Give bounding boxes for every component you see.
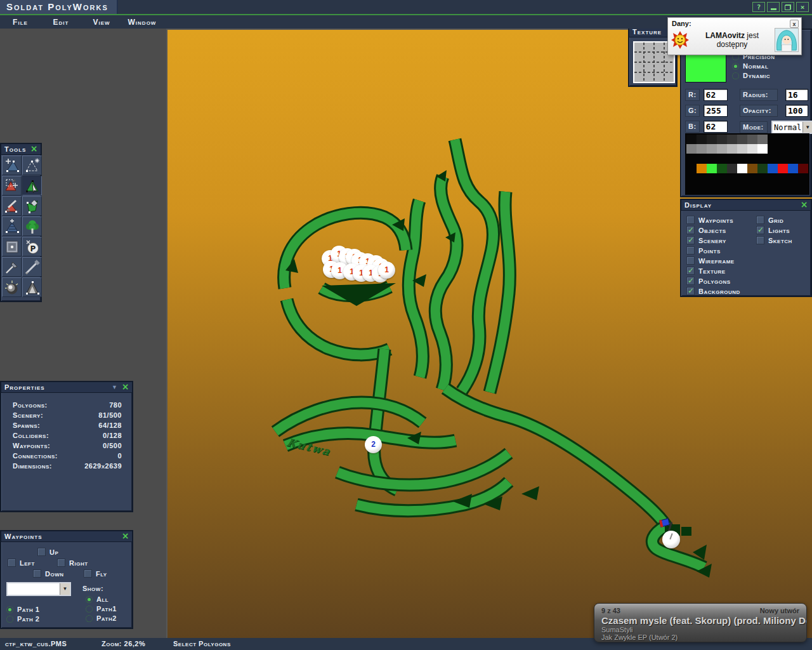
checkbox[interactable]	[686, 267, 695, 275]
palette-swatch[interactable]	[757, 135, 768, 144]
blue-input[interactable]	[704, 121, 728, 133]
opacity-input[interactable]	[785, 105, 808, 117]
palette-swatch[interactable]	[707, 164, 717, 173]
menu-file[interactable]: File	[0, 15, 41, 29]
palette-swatch[interactable]	[747, 135, 757, 144]
close-icon[interactable]: ×	[121, 532, 130, 541]
player-notification[interactable]: 9 z 43 Nowy utwór Czasem mysle (feat. Sk…	[594, 603, 807, 642]
right-checkbox[interactable]	[57, 559, 65, 567]
close-icon[interactable]: ×	[800, 201, 809, 209]
collider-tool[interactable]	[2, 237, 22, 256]
checkbox[interactable]	[686, 277, 695, 285]
checkbox[interactable]	[756, 226, 764, 234]
depth-map-tool[interactable]	[22, 277, 42, 297]
menu-window[interactable]: Window	[122, 15, 162, 29]
checkbox[interactable]	[686, 226, 695, 234]
restore-button[interactable]	[782, 2, 794, 12]
palette-swatch[interactable]	[697, 144, 707, 154]
palette-swatch[interactable]	[686, 144, 697, 154]
flag-spawn-marker[interactable]	[658, 519, 684, 551]
palette-swatch[interactable]	[727, 164, 737, 173]
blue-field-row: B:	[685, 121, 728, 133]
chevron-down-icon[interactable]: ▼	[60, 583, 70, 595]
palette-swatch[interactable]	[717, 164, 727, 173]
red-input[interactable]	[704, 89, 728, 101]
palette-swatch[interactable]	[788, 164, 798, 173]
palette-swatch[interactable]	[747, 144, 757, 154]
palette-swatch[interactable]	[747, 164, 757, 173]
palette-swatch[interactable]	[798, 164, 808, 173]
down-checkbox[interactable]	[33, 569, 41, 578]
checkbox-label: Down	[45, 570, 64, 578]
current-color-swatch[interactable]	[685, 53, 726, 83]
palette-swatch[interactable]	[717, 135, 727, 144]
spawn-points-tool[interactable]: P	[22, 237, 42, 256]
select-tool[interactable]	[22, 176, 42, 196]
collapse-icon[interactable]: ▼	[112, 384, 118, 390]
left-checkbox[interactable]	[8, 559, 16, 567]
create-polygons-tool[interactable]	[22, 156, 42, 175]
spawn-marker-alpha[interactable]: 1	[378, 262, 395, 279]
minimize-button[interactable]	[767, 2, 780, 12]
checkbox[interactable]	[686, 216, 695, 224]
help-button[interactable]: ?	[752, 2, 765, 12]
close-icon[interactable]: x	[790, 20, 799, 28]
fly-checkbox[interactable]	[84, 569, 92, 578]
waypoint-type-combobox[interactable]: ▼	[6, 582, 71, 596]
close-button[interactable]: ×	[796, 2, 809, 12]
mode-dropdown[interactable]: Normal ▼	[771, 121, 812, 134]
checkbox[interactable]	[686, 256, 695, 265]
texture-transform-tool[interactable]	[2, 216, 22, 236]
close-icon[interactable]: ×	[30, 145, 39, 154]
line-tool[interactable]	[22, 257, 42, 277]
palette-swatch[interactable]	[686, 135, 697, 144]
display-left-col: WaypointsObjectsSceneryPointsWireframeTe…	[686, 216, 740, 295]
track-album: Jak Zwykle EP (Utwór 2)	[601, 633, 799, 641]
checkbox[interactable]	[756, 236, 764, 244]
palette-swatch[interactable]	[727, 135, 737, 144]
radio-button[interactable]	[86, 606, 93, 613]
color-picker-tool[interactable]	[2, 257, 22, 277]
palette-swatch[interactable]	[737, 164, 747, 173]
palette-swatch[interactable]	[768, 164, 778, 173]
palette-swatch[interactable]	[717, 144, 727, 154]
paint-tool[interactable]	[22, 196, 42, 216]
green-input[interactable]	[704, 105, 728, 117]
checkbox[interactable]	[756, 216, 764, 224]
radio-button[interactable]	[6, 606, 13, 613]
menu-view[interactable]: View	[81, 15, 122, 29]
palette-swatch[interactable]	[697, 135, 707, 144]
knife-tool[interactable]	[2, 196, 22, 216]
palette-swatch[interactable]	[757, 164, 768, 173]
restore-icon	[785, 4, 791, 10]
palette-swatch[interactable]	[697, 164, 707, 173]
palette-swatch[interactable]	[707, 135, 717, 144]
palette-swatch[interactable]	[778, 164, 788, 173]
close-icon[interactable]: ×	[121, 383, 130, 392]
palette-swatch[interactable]	[707, 144, 717, 154]
radio-button[interactable]	[6, 616, 13, 623]
radio-button[interactable]	[86, 596, 93, 603]
palette-swatch[interactable]	[727, 144, 737, 154]
chevron-down-icon[interactable]: ▼	[802, 122, 812, 133]
menu-edit[interactable]: Edit	[41, 15, 81, 29]
palette-swatch[interactable]	[737, 135, 747, 144]
radius-input[interactable]	[785, 89, 808, 101]
checkbox[interactable]	[686, 287, 695, 295]
palette-swatch[interactable]	[737, 144, 747, 154]
checkbox[interactable]	[686, 246, 695, 255]
spawn-marker-bravo[interactable]: 2	[365, 436, 382, 453]
checkbox-label: Grid	[768, 216, 783, 224]
scenery-tool[interactable]	[22, 216, 42, 236]
brush-radio-dynamic: Dynamic	[732, 72, 775, 79]
light-tool[interactable]	[2, 277, 22, 297]
radio-button[interactable]	[732, 63, 739, 70]
transform-polygons-tool[interactable]	[2, 156, 22, 175]
checkbox[interactable]	[686, 236, 695, 244]
crop-polygons-tool[interactable]	[2, 176, 22, 196]
radio-button[interactable]	[732, 72, 739, 79]
im-notification[interactable]: Dany: x LAMAovitz jest dostępny	[667, 17, 802, 55]
palette-swatch[interactable]	[757, 144, 768, 154]
radio-button[interactable]	[86, 615, 93, 622]
up-checkbox[interactable]	[37, 548, 46, 556]
